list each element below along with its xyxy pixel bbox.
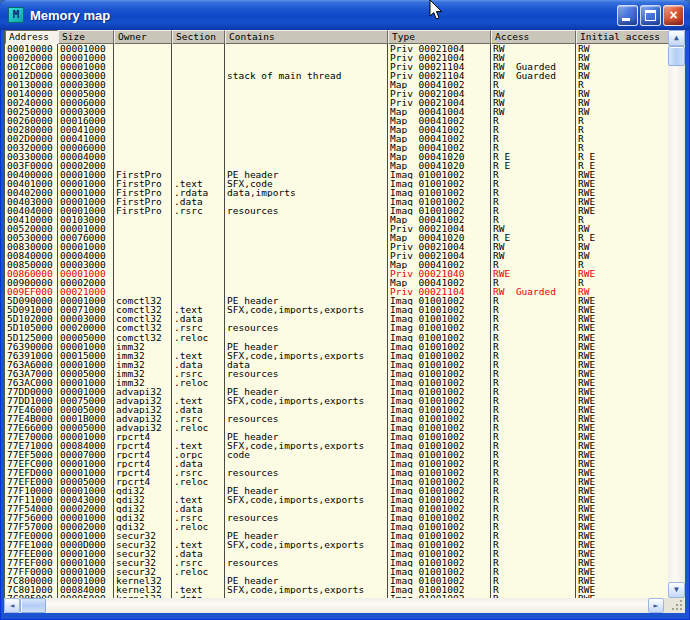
cell-initial-access: R E — [576, 152, 668, 161]
table-row[interactable]: 77DD000000001000advapi32PE headerImag 01… — [5, 387, 668, 396]
resize-grip[interactable] — [664, 598, 685, 613]
table-row[interactable]: 77FEF00000001000secur32.rsrcresourcesIma… — [5, 558, 668, 567]
table-row[interactable]: 77E7000000001000rpcrt4PE headerImag 0100… — [5, 432, 668, 441]
table-row[interactable]: 77E7100000084000rpcrt4.textSFX,code,impo… — [5, 441, 668, 450]
vertical-scrollbar[interactable]: ▲ ▼ — [668, 30, 685, 598]
table-row[interactable]: 0033000000004000Map 00041020R ER E — [5, 152, 668, 161]
cell-owner — [114, 71, 172, 80]
horizontal-scroll-track[interactable] — [46, 598, 648, 613]
horizontal-scrollbar[interactable]: ◄ ► — [4, 598, 685, 613]
cell-initial-access: RWE — [576, 423, 668, 432]
table-row[interactable]: 0001000000001000Priv 00021004RWRW — [5, 44, 668, 53]
table-row[interactable]: 0012C00000001000Priv 00021104RW GuardedR… — [5, 62, 668, 71]
table-row[interactable]: 763A600000001000imm32.datadataImag 01001… — [5, 360, 668, 369]
table-row[interactable]: 5D10500000020000comctl32.rsrcresourcesIm… — [5, 323, 668, 332]
table-row[interactable]: 77EFE00000005000rpcrt4.relocImag 0100100… — [5, 477, 668, 486]
table-row[interactable]: 0024000000006000Priv 00021004RWRW — [5, 98, 668, 107]
table-row[interactable]: 77F5700000002000gdi32.relocImag 01001002… — [5, 522, 668, 531]
table-row[interactable]: 77F5400000002000gdi32.dataImag 01001002R… — [5, 504, 668, 513]
close-button[interactable]: × — [663, 5, 684, 26]
table-row[interactable]: 009EF00000021000Priv 00021104RW GuardedR… — [5, 287, 668, 296]
column-header-row: AddressSizeOwnerSectionContainsTypeAcces… — [5, 30, 668, 44]
table-row[interactable]: 0040000000001000FirstProPE headerImag 01… — [5, 170, 668, 179]
app-icon[interactable]: M — [8, 7, 24, 23]
cell-size: 00001000 — [58, 170, 114, 179]
table-row[interactable]: 0002000000001000Priv 00021004RWRW — [5, 53, 668, 62]
minimize-button[interactable] — [617, 5, 638, 26]
column-header-initial-access[interactable]: Initial access — [576, 30, 668, 44]
table-row[interactable]: 77EF500000007000rpcrt4.orpccodeImag 0100… — [5, 450, 668, 459]
table-row[interactable]: 77FEE00000001000secur32.dataImag 0100100… — [5, 549, 668, 558]
cell-contains: resources — [225, 369, 388, 378]
column-header-access[interactable]: Access — [491, 30, 576, 44]
cell-size: 00001000 — [58, 197, 114, 206]
table-row[interactable]: 77F1000000001000gdi32PE headerImag 01001… — [5, 486, 668, 495]
table-row[interactable]: 77F1100000043000gdi32.textSFX,code,impor… — [5, 495, 668, 504]
table-row[interactable]: 7C80100000084000kernel32.textSFX,code,im… — [5, 585, 668, 594]
cell-size: 00007000 — [58, 450, 114, 459]
scroll-left-button[interactable]: ◄ — [4, 598, 20, 613]
table-row[interactable]: 77FE000000001000secur32PE headerImag 010… — [5, 531, 668, 540]
horizontal-scroll-thumb[interactable] — [20, 598, 46, 613]
table-row[interactable]: 0012D00000003000stack of main threadPriv… — [5, 71, 668, 80]
column-header-section[interactable]: Section — [172, 30, 225, 44]
maximize-button[interactable] — [640, 5, 661, 26]
table-row[interactable]: 77DD100000075000advapi32.textSFX,code,im… — [5, 396, 668, 405]
table-row[interactable]: 7C80000000001000kernel32PE headerImag 01… — [5, 576, 668, 585]
table-row[interactable]: 5D12500000005000comctl32.relocImag 01001… — [5, 333, 668, 342]
table-row[interactable]: 0014000000005000Priv 00021004RWRW — [5, 89, 668, 98]
scroll-down-button[interactable]: ▼ — [668, 582, 685, 598]
table-row[interactable]: 0052000000001000Priv 00021004RWRW — [5, 224, 668, 233]
table-row[interactable]: 0026000000016000Map 00041002RR — [5, 116, 668, 125]
column-header-type[interactable]: Type — [388, 30, 491, 44]
scroll-right-button[interactable]: ► — [648, 598, 664, 613]
scroll-up-button[interactable]: ▲ — [668, 30, 685, 46]
table-row[interactable]: 77FF000000001000secur32.relocImag 010010… — [5, 567, 668, 576]
table-row[interactable]: 0084000000004000Priv 00021004RWRW — [5, 251, 668, 260]
table-row[interactable]: 5D09000000001000comctl32PE headerImag 01… — [5, 296, 668, 305]
table-row[interactable]: 002D000000041000Map 00041002RR — [5, 134, 668, 143]
table-row[interactable]: 0025000000003000Map 00041004RWRW — [5, 107, 668, 116]
table-row[interactable]: 5D10200000003000comctl32.dataImag 010010… — [5, 314, 668, 323]
cell-contains — [225, 161, 388, 170]
table-row[interactable]: 5D09100000071000comctl32.textSFX,code,im… — [5, 305, 668, 314]
table-row[interactable]: 0041000000103000Map 00041002RR — [5, 215, 668, 224]
table-row[interactable]: 0028000000041000Map 00041002RR — [5, 125, 668, 134]
table-row[interactable]: 77FE10000000D000secur32.textSFX,code,imp… — [5, 540, 668, 549]
cell-section — [172, 89, 225, 98]
table-row[interactable]: 0085000000003000Map 00041002RR — [5, 260, 668, 269]
table-row[interactable]: 77E4B0000001B000advapi32.rsrcresourcesIm… — [5, 414, 668, 423]
table-row[interactable]: 763AC00000001000imm32.relocImag 01001002… — [5, 378, 668, 387]
table-row[interactable]: 0053000000076000Map 00041020R ER E — [5, 233, 668, 242]
table-row[interactable]: 0083000000001000Priv 00021004RWRW — [5, 242, 668, 251]
table-row[interactable]: 0090000000002000Map 00041002RR — [5, 278, 668, 287]
vertical-scroll-thumb[interactable] — [668, 46, 685, 66]
column-header-contains[interactable]: Contains — [225, 30, 388, 44]
title-bar[interactable]: M Memory map × — [0, 0, 690, 30]
table-row[interactable]: 77F5600000001000gdi32.rsrcresourcesImag … — [5, 513, 668, 522]
table-row[interactable]: 77E4600000005000advapi32.dataImag 010010… — [5, 405, 668, 414]
table-row[interactable]: 0040400000001000FirstPro.rsrcresourcesIm… — [5, 206, 668, 215]
vertical-scroll-track[interactable] — [668, 66, 685, 582]
table-row[interactable]: 763A700000005000imm32.rsrcresourcesImag … — [5, 369, 668, 378]
table-row[interactable]: 77EFC00000001000rpcrt4.dataImag 01001002… — [5, 459, 668, 468]
table-row[interactable]: 7639000000001000imm32PE headerImag 01001… — [5, 342, 668, 351]
table-row[interactable]: 0040300000001000FirstPro.dataImag 010010… — [5, 197, 668, 206]
table-row[interactable]: 003F000000002000Map 00041020R ER E — [5, 161, 668, 170]
table-row[interactable]: 0086000000001000Priv 00021040RWERWE — [5, 269, 668, 278]
cell-type: Imag 01001002 — [388, 477, 491, 486]
table-row[interactable]: 0040200000001000FirstPro.rdatadata,impor… — [5, 188, 668, 197]
column-header-size[interactable]: Size — [58, 30, 114, 44]
cell-address: 00403000 — [5, 197, 58, 206]
table-row[interactable]: 77EFD00000001000rpcrt4.rsrcresourcesImag… — [5, 468, 668, 477]
cell-contains: resources — [225, 206, 388, 215]
cell-type: Priv 00021004 — [388, 98, 491, 107]
table-row[interactable]: 7639100000015000imm32.textSFX,code,impor… — [5, 351, 668, 360]
column-header-address[interactable]: Address — [5, 30, 58, 44]
table-row[interactable]: 77E6600000005000advapi32.relocImag 01001… — [5, 423, 668, 432]
column-header-owner[interactable]: Owner — [114, 30, 172, 44]
cell-access: R — [491, 396, 576, 405]
table-row[interactable]: 0013000000003000Map 00041002RR — [5, 80, 668, 89]
table-row[interactable]: 0032000000006000Map 00041002RR — [5, 143, 668, 152]
table-row[interactable]: 0040100000001000FirstPro.textSFX,codeIma… — [5, 179, 668, 188]
